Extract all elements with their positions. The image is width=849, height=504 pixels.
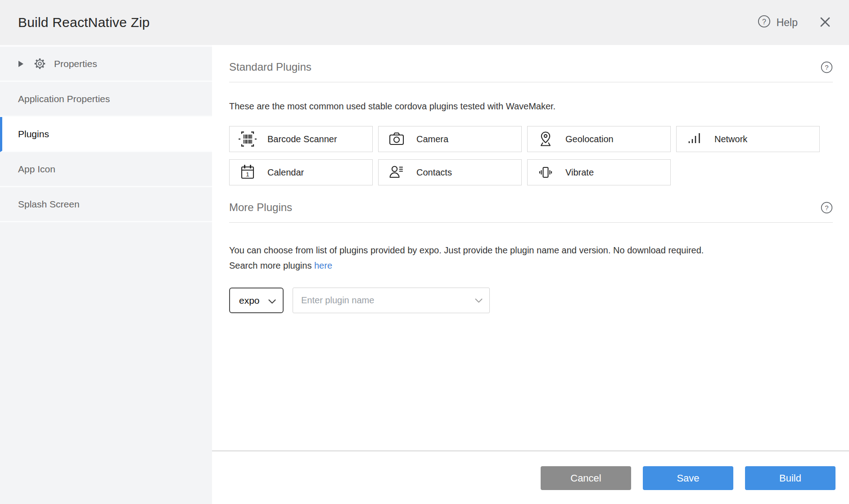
cancel-button[interactable]: Cancel	[541, 466, 631, 490]
plugin-card-calendar[interactable]: 1Calendar	[229, 159, 373, 185]
sidebar-item-label: Application Properties	[18, 94, 110, 104]
standard-plugins-description: These are the most common used stable co…	[229, 101, 833, 112]
help-label: Help	[777, 17, 798, 29]
plugin-card-vibrate[interactable]: Vibrate	[527, 159, 671, 185]
geolocation-icon	[536, 130, 555, 148]
sidebar-item-properties[interactable]: Properties	[0, 47, 212, 82]
standard-plugins-help-icon[interactable]: ?	[821, 61, 833, 73]
sidebar-item-splash-screen[interactable]: Splash Screen	[0, 187, 212, 222]
sidebar-item-app-icon[interactable]: App Icon	[0, 152, 212, 187]
sidebar-item-label: App Icon	[18, 164, 55, 175]
plugin-card-label: Vibrate	[565, 167, 594, 178]
svg-text:?: ?	[825, 63, 828, 71]
network-icon	[685, 130, 704, 148]
sidebar-item-label: Splash Screen	[18, 199, 80, 210]
plugin-card-label: Calendar	[267, 167, 304, 178]
plugin-card-geolocation[interactable]: Geolocation	[527, 126, 671, 152]
sidebar-item-plugins[interactable]: Plugins	[0, 117, 212, 152]
plugin-cards: Barcode ScannerCameraGeolocationNetwork1…	[229, 126, 823, 185]
close-icon	[818, 15, 832, 30]
vibrate-icon	[536, 163, 555, 181]
standard-plugins-section: Standard Plugins ? These are the most co…	[229, 61, 833, 185]
sidebar: Properties Application PropertiesPlugins…	[0, 45, 212, 504]
plugin-name-input[interactable]	[293, 288, 490, 313]
here-link[interactable]: here	[314, 261, 332, 270]
plugin-card-label: Contacts	[416, 167, 452, 178]
help-button[interactable]: ? Help	[758, 15, 798, 31]
dialog-title: Build ReactNative Zip	[18, 15, 150, 30]
plugin-card-contacts[interactable]: Contacts	[378, 159, 522, 185]
caret-right-icon	[18, 60, 24, 68]
plugin-card-label: Barcode Scanner	[267, 134, 337, 144]
provider-select[interactable]: expo	[229, 288, 284, 313]
dialog-footer: Cancel Save Build	[212, 450, 849, 504]
plugin-card-label: Network	[714, 134, 747, 144]
save-button[interactable]: Save	[643, 466, 733, 490]
plugin-controls: expo	[229, 288, 833, 313]
sidebar-item-label: Plugins	[18, 129, 49, 140]
plugin-card-camera[interactable]: Camera	[378, 126, 522, 152]
more-plugins-section: More Plugins ? You can choose from list …	[229, 201, 833, 313]
close-button[interactable]	[818, 15, 832, 30]
standard-plugins-title: Standard Plugins	[229, 61, 312, 73]
more-plugins-help-icon[interactable]: ?	[821, 202, 833, 214]
contacts-icon	[387, 163, 406, 181]
barcode-scanner-icon	[238, 130, 257, 148]
gear-icon	[34, 58, 46, 70]
build-reactnative-dialog: Build ReactNative Zip ? Help	[0, 0, 849, 504]
more-plugins-title: More Plugins	[229, 201, 292, 214]
section-divider	[229, 82, 833, 82]
svg-text:1: 1	[246, 171, 249, 178]
more-plugins-description-line2: Search more plugins here	[229, 258, 833, 273]
section-divider	[229, 222, 833, 223]
help-icon: ?	[758, 15, 771, 31]
plugin-card-label: Geolocation	[565, 134, 614, 144]
plugin-card-barcode-scanner[interactable]: Barcode Scanner	[229, 126, 373, 152]
camera-icon	[387, 130, 406, 148]
dialog-header: Build ReactNative Zip ? Help	[0, 0, 849, 45]
calendar-icon: 1	[238, 163, 257, 181]
provider-select-value: expo	[239, 295, 260, 306]
svg-text:?: ?	[825, 204, 828, 212]
build-button[interactable]: Build	[745, 466, 835, 490]
main-panel: Standard Plugins ? These are the most co…	[212, 45, 849, 504]
sidebar-item-label: Properties	[54, 58, 97, 69]
more-plugins-description: You can choose from list of plugins prov…	[229, 243, 833, 273]
plugin-card-network[interactable]: Network	[676, 126, 820, 152]
sidebar-item-application-properties[interactable]: Application Properties	[0, 82, 212, 117]
plugin-name-combobox	[293, 288, 490, 313]
plugin-card-label: Camera	[416, 134, 448, 144]
more-plugins-description-line1: You can choose from list of plugins prov…	[229, 243, 833, 258]
svg-text:?: ?	[762, 18, 766, 25]
chevron-down-icon	[268, 295, 276, 306]
